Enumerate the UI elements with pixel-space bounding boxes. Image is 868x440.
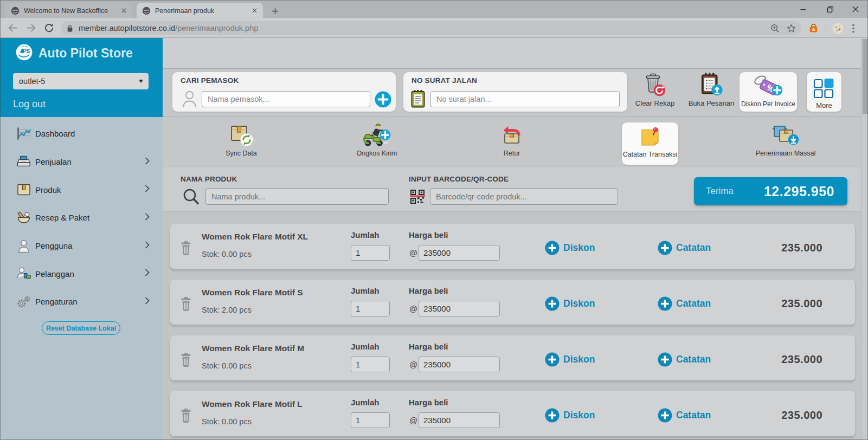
- chevron-right-icon: [145, 212, 150, 223]
- product-box-icon: [16, 183, 31, 197]
- qty-input[interactable]: [351, 245, 390, 261]
- qty-label: Jumlah: [351, 230, 380, 240]
- barcode-input[interactable]: [430, 188, 618, 205]
- product-stock: Stok: 0.00 pcs: [202, 250, 252, 258]
- reset-database-button[interactable]: Reset Database Lokal: [42, 321, 120, 335]
- add-pemasok-button[interactable]: [375, 91, 391, 108]
- retur-icon: [500, 120, 524, 148]
- row-total: 235.000: [781, 297, 822, 310]
- product-search-band: NAMA PRODUK INPUT BARCODE/QR-CODE: [163, 166, 861, 212]
- reload-button[interactable]: [43, 22, 55, 34]
- qty-input[interactable]: [351, 301, 390, 316]
- chevron-right-icon: [145, 269, 150, 279]
- product-name: Women Rok Flare Motif S: [202, 288, 303, 297]
- delete-row-button[interactable]: [180, 352, 192, 367]
- profile-avatar[interactable]: [832, 21, 844, 35]
- delete-row-button[interactable]: [180, 408, 192, 423]
- add-diskon-button[interactable]: Diskon: [545, 240, 595, 255]
- qty-label: Jumlah: [351, 286, 380, 295]
- tab-welcome[interactable]: Welcome to New Backoffice: [5, 3, 132, 18]
- window-minimize-button[interactable]: [794, 1, 812, 18]
- logout-link[interactable]: Log out: [13, 99, 46, 110]
- add-catatan-button[interactable]: Catatan: [658, 240, 711, 255]
- add-diskon-button[interactable]: Diskon: [545, 352, 595, 367]
- sidebar-item-label: Pengaturan: [35, 297, 78, 306]
- scrollbar-thumb[interactable]: [863, 39, 868, 114]
- url-host: member.autopilotstore.co.id: [79, 24, 175, 33]
- delete-row-button[interactable]: [180, 296, 192, 312]
- no-surat-jalan-input[interactable]: [430, 91, 620, 107]
- window-restore-button[interactable]: [821, 1, 839, 18]
- price-input[interactable]: [419, 412, 500, 428]
- more-button[interactable]: More: [807, 72, 841, 112]
- supplier-person-icon: [182, 90, 197, 108]
- sidebar-item-label: Produk: [35, 185, 61, 195]
- retur-button[interactable]: Retur: [466, 120, 558, 164]
- diskon-per-invoice-button[interactable]: % Diskon Per Invoice: [740, 72, 797, 112]
- sidebar-item-penjualan[interactable]: Penjualan: [0, 148, 163, 176]
- diskon-per-invoice-label: Diskon Per Invoice: [741, 100, 795, 108]
- back-button[interactable]: [7, 22, 18, 34]
- clear-rekap-label: Clear Rekap: [635, 99, 674, 107]
- qty-input[interactable]: [351, 357, 390, 372]
- price-label: Harga beli: [409, 286, 448, 295]
- actions-band: Sync Data: [163, 118, 861, 166]
- svg-text:PS: PS: [23, 48, 30, 54]
- outlet-select[interactable]: outlet-5: [13, 73, 149, 89]
- tab-title: Penerimaan produk: [155, 7, 248, 15]
- add-catatan-button[interactable]: Catatan: [658, 407, 711, 423]
- extension-icon[interactable]: a: [808, 21, 819, 35]
- qty-input[interactable]: [351, 412, 390, 428]
- tab-close-icon[interactable]: [250, 7, 259, 15]
- sidebar-item-resep[interactable]: Resep & Paket: [0, 204, 163, 232]
- page-scrollbar[interactable]: [861, 38, 868, 440]
- tab-penerimaan[interactable]: Penerimaan produk: [137, 3, 263, 18]
- sidebar-item-dashboard[interactable]: Dashboard: [0, 120, 163, 148]
- sidebar-item-pengguna[interactable]: Pengguna: [0, 232, 163, 260]
- catatan-label: Catatan: [676, 410, 711, 421]
- bookmark-star-icon[interactable]: [787, 24, 796, 33]
- sync-data-button[interactable]: Sync Data: [195, 120, 287, 164]
- penerimaan-massal-button[interactable]: Penerimaan Massal: [740, 120, 832, 164]
- product-row: Women Rok Flare Motif XL Stok: 0.00 pcs …: [170, 224, 855, 269]
- dashboard-chart-icon: [16, 127, 31, 141]
- nama-produk-input[interactable]: [205, 188, 389, 205]
- ongkos-kirim-button[interactable]: Ongkos Kirim: [331, 120, 423, 164]
- add-diskon-button[interactable]: Diskon: [545, 296, 595, 311]
- clear-rekap-button[interactable]: Clear Rekap: [625, 72, 685, 112]
- buka-pesanan-button[interactable]: Buka Pesanan: [681, 72, 741, 112]
- window-close-button[interactable]: [846, 1, 865, 18]
- url-path: /penerimaanproduk.php: [175, 24, 258, 33]
- add-catatan-button[interactable]: Catatan: [658, 296, 711, 311]
- terima-button[interactable]: Terima 12.295.950: [694, 177, 847, 205]
- sidebar-item-pelanggan[interactable]: Pelanggan: [0, 260, 163, 288]
- row-total: 235.000: [781, 409, 822, 422]
- zoom-icon[interactable]: [770, 24, 780, 33]
- browser-menu-icon[interactable]: [852, 21, 854, 35]
- price-input[interactable]: [419, 245, 500, 261]
- tab-close-icon[interactable]: [119, 7, 128, 15]
- price-input[interactable]: [419, 301, 500, 316]
- price-input[interactable]: [419, 357, 500, 372]
- product-row: Women Rok Flare Motif L Stok: 0.00 pcs J…: [170, 391, 855, 436]
- nama-pemasok-input[interactable]: [202, 91, 370, 107]
- new-tab-button[interactable]: [269, 5, 280, 16]
- sidebar-item-label: Pengguna: [35, 241, 72, 250]
- browser-toolbar: member.autopilotstore.co.id/penerimaanpr…: [0, 18, 868, 38]
- customer-icon: [16, 267, 31, 281]
- price-label: Harga beli: [409, 342, 448, 351]
- delete-row-button[interactable]: [180, 241, 192, 256]
- forward-button[interactable]: [25, 22, 37, 34]
- address-bar[interactable]: member.autopilotstore.co.id/penerimaanpr…: [61, 21, 801, 35]
- add-diskon-button[interactable]: Diskon: [545, 407, 595, 423]
- aps-logo: PS: [16, 44, 33, 61]
- sidebar-item-pengaturan[interactable]: Pengaturan: [0, 288, 163, 316]
- qty-label: Jumlah: [351, 398, 380, 407]
- buka-pesanan-icon: [698, 72, 724, 98]
- product-name: Women Rok Flare Motif XL: [202, 232, 308, 242]
- catatan-transaksi-button[interactable]: Catatan Transaksi: [622, 122, 678, 165]
- barcode-label: INPUT BARCODE/QR-CODE: [409, 175, 509, 183]
- add-catatan-button[interactable]: Catatan: [658, 352, 711, 367]
- sidebar-item-produk[interactable]: Produk: [0, 176, 163, 204]
- product-name: Women Rok Flare Motif M: [202, 344, 304, 353]
